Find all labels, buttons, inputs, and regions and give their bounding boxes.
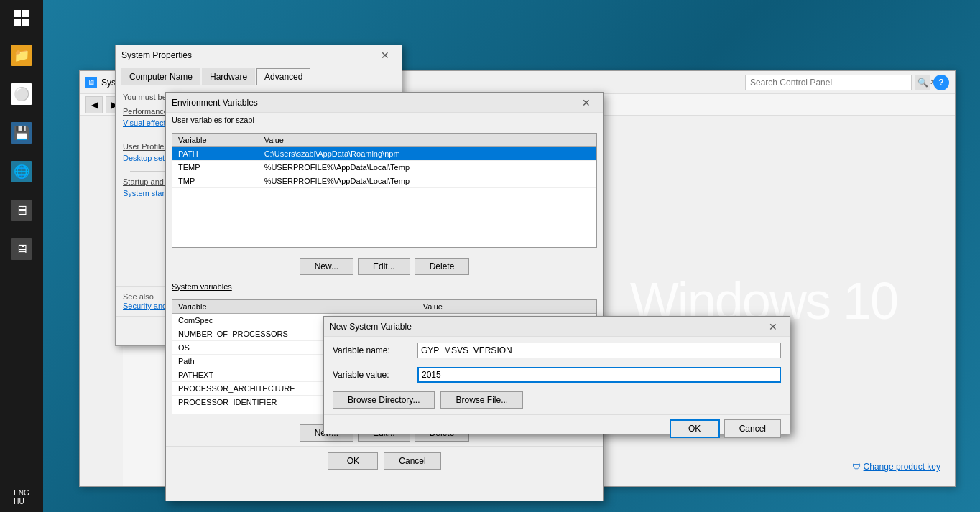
help-button[interactable]: ? (933, 75, 949, 90)
sys-props-title: System Properties (121, 50, 374, 60)
tab-computer-name[interactable]: Computer Name (121, 68, 200, 85)
user-var-temp-value: %USERPROFILE%\AppData\Local\Temp (259, 161, 596, 174)
variable-name-row: Variable name: (324, 337, 790, 361)
env-dialog-footer: OK Cancel (166, 446, 603, 475)
start-button[interactable] (0, 0, 43, 36)
sys-var-col-variable: Variable (172, 300, 417, 314)
desktop: 🖥 System 🔍 ? — □ ✕ ◀ ▶ ↑ 🖥 ▶ Control Pan… (43, 0, 980, 512)
new-var-cancel-button[interactable]: Cancel (724, 419, 781, 438)
system-vars-header: System variables (166, 279, 603, 294)
new-var-footer: OK Cancel (324, 414, 790, 442)
env-cancel-button[interactable]: Cancel (384, 452, 440, 470)
language-indicator[interactable]: ENGHU (4, 483, 40, 512)
variable-value-input[interactable] (417, 367, 781, 383)
folder-icon: 📁 (11, 45, 32, 66)
new-system-variable-dialog: New System Variable ✕ Variable name: Var… (323, 316, 790, 434)
env-dialog-title: Environment Variables (172, 98, 575, 108)
user-vars-header: User variables for szabi (166, 113, 603, 127)
chrome-taskbar-icon[interactable]: ⚪ (4, 76, 40, 112)
globe-taskbar-icon[interactable]: 🌐 (4, 154, 40, 190)
search-button[interactable]: 🔍 (915, 75, 930, 90)
product-key-label: Change product key (864, 462, 940, 472)
user-vars-delete-button[interactable]: Delete (415, 258, 470, 275)
variable-name-input[interactable] (417, 343, 781, 358)
globe-icon: 🌐 (11, 161, 32, 182)
user-var-temp-name: TEMP (172, 161, 259, 174)
user-var-path-name: PATH (172, 147, 259, 161)
chrome-icon: ⚪ (11, 83, 32, 105)
new-var-title: New System Variable (330, 322, 762, 332)
tab-bar: Computer Name Hardware Advanced (116, 65, 402, 85)
language-label: ENGHU (14, 489, 29, 506)
user-var-row-temp[interactable]: TEMP %USERPROFILE%\AppData\Local\Temp (172, 161, 596, 174)
new-var-ok-button[interactable]: OK (670, 419, 720, 438)
tab-hardware[interactable]: Hardware (202, 68, 255, 85)
shield-icon: 🛡 (852, 462, 861, 472)
user-vars-new-button[interactable]: New... (300, 258, 353, 275)
user-var-row-tmp[interactable]: TMP %USERPROFILE%\AppData\Local\Temp (172, 174, 596, 188)
env-ok-button[interactable]: OK (328, 452, 378, 470)
monitor-icon: 🖥 (11, 200, 32, 221)
new-var-titlebar: New System Variable ✕ (324, 317, 790, 337)
user-vars-table[interactable]: Variable Value PATH C:\Users\szabi\AppDa… (172, 133, 597, 248)
user-var-path-value: C:\Users\szabi\AppData\Roaming\npm (259, 147, 596, 161)
variable-value-row: Variable value: (324, 361, 790, 386)
system-window-icon: 🖥 (85, 77, 97, 88)
search-input[interactable] (745, 75, 912, 90)
env-dialog-titlebar: Environment Variables ✕ (166, 93, 603, 113)
user-var-tmp-name: TMP (172, 174, 259, 188)
user-variables-table: Variable Value PATH C:\Users\szabi\AppDa… (172, 134, 596, 188)
user-var-col-value: Value (259, 134, 596, 147)
back-button[interactable]: ◀ (85, 96, 103, 113)
user-var-col-variable: Variable (172, 134, 259, 147)
remote-icon: 🖥 (11, 238, 32, 260)
user-var-row-path[interactable]: PATH C:\Users\szabi\AppData\Roaming\npm (172, 147, 596, 161)
file-explorer-taskbar-icon[interactable]: 📁 (4, 37, 40, 73)
taskbar-bottom-area: ENGHU (0, 483, 43, 512)
browse-directory-button[interactable]: Browse Directory... (333, 391, 435, 409)
remote-taskbar-icon[interactable]: 🖥 (4, 231, 40, 267)
sys-props-titlebar: System Properties ✕ (116, 45, 402, 65)
search-area: 🔍 ? (739, 71, 955, 94)
floppy-icon: 💾 (11, 122, 32, 144)
env-dialog-close-button[interactable]: ✕ (575, 94, 597, 111)
user-var-tmp-value: %USERPROFILE%\AppData\Local\Temp (259, 174, 596, 188)
windows-logo-icon (14, 10, 29, 26)
new-var-browse-buttons: Browse Directory... Browse File... (324, 386, 790, 414)
user-vars-buttons: New... Edit... Delete (166, 253, 603, 279)
tab-advanced[interactable]: Advanced (256, 68, 310, 85)
sys-var-col-value: Value (417, 300, 596, 314)
user-vars-edit-button[interactable]: Edit... (358, 258, 410, 275)
new-var-close-button[interactable]: ✕ (762, 318, 784, 335)
sys-props-close-button[interactable]: ✕ (374, 47, 396, 64)
taskbar: 📁 ⚪ 💾 🌐 🖥 🖥 ENGHU (0, 0, 43, 512)
save-taskbar-icon[interactable]: 💾 (4, 115, 40, 151)
variable-value-label: Variable value: (333, 370, 412, 380)
variable-name-label: Variable name: (333, 345, 412, 355)
product-key-area[interactable]: 🛡 Change product key (852, 462, 940, 472)
browse-file-button[interactable]: Browse File... (440, 391, 523, 409)
monitor-taskbar-icon[interactable]: 🖥 (4, 192, 40, 228)
